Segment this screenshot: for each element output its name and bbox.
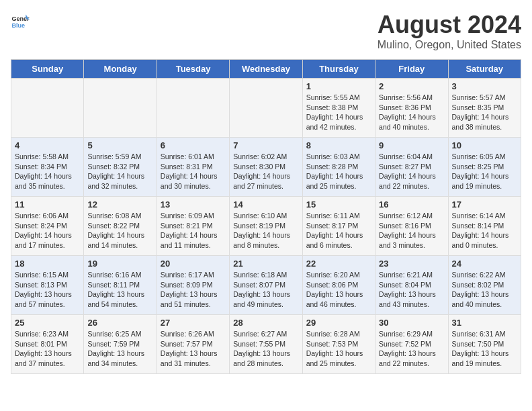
day-number: 19 <box>87 259 152 269</box>
day-content: Sunrise: 6:10 AM Sunset: 8:19 PM Dayligh… <box>233 211 298 250</box>
day-content: Sunrise: 5:56 AM Sunset: 8:36 PM Dayligh… <box>379 93 444 132</box>
calendar-cell: 12Sunrise: 6:08 AM Sunset: 8:22 PM Dayli… <box>84 197 157 256</box>
main-title: August 2024 <box>378 11 521 39</box>
day-number: 15 <box>306 199 371 210</box>
day-content: Sunrise: 6:14 AM Sunset: 8:14 PM Dayligh… <box>452 211 517 250</box>
logo-icon: General Blue <box>11 11 30 30</box>
day-number: 20 <box>161 259 226 269</box>
day-content: Sunrise: 6:28 AM Sunset: 7:53 PM Dayligh… <box>306 329 371 369</box>
day-number: 10 <box>452 140 517 150</box>
day-content: Sunrise: 6:31 AM Sunset: 7:50 PM Dayligh… <box>452 329 517 369</box>
day-content: Sunrise: 5:59 AM Sunset: 8:32 PM Dayligh… <box>87 152 152 191</box>
subtitle: Mulino, Oregon, United States <box>378 39 521 51</box>
day-content: Sunrise: 6:17 AM Sunset: 8:09 PM Dayligh… <box>161 270 226 310</box>
calendar-cell: 15Sunrise: 6:11 AM Sunset: 8:17 PM Dayli… <box>302 197 375 256</box>
calendar-cell: 18Sunrise: 6:15 AM Sunset: 8:13 PM Dayli… <box>11 256 84 315</box>
calendar-cell: 17Sunrise: 6:14 AM Sunset: 8:14 PM Dayli… <box>448 197 521 256</box>
day-content: Sunrise: 6:02 AM Sunset: 8:30 PM Dayligh… <box>233 152 298 191</box>
day-number: 2 <box>379 81 444 91</box>
calendar-cell: 24Sunrise: 6:22 AM Sunset: 8:02 PM Dayli… <box>448 256 521 315</box>
day-content: Sunrise: 5:55 AM Sunset: 8:38 PM Dayligh… <box>306 93 371 132</box>
day-number: 6 <box>161 140 226 150</box>
calendar-cell: 2Sunrise: 5:56 AM Sunset: 8:36 PM Daylig… <box>375 79 448 138</box>
day-number: 7 <box>233 140 298 150</box>
calendar-cell: 21Sunrise: 6:18 AM Sunset: 8:07 PM Dayli… <box>230 256 302 315</box>
day-header-wednesday: Wednesday <box>230 60 302 79</box>
day-content: Sunrise: 6:08 AM Sunset: 8:22 PM Dayligh… <box>87 211 152 250</box>
day-content: Sunrise: 6:06 AM Sunset: 8:24 PM Dayligh… <box>15 211 80 250</box>
day-number: 12 <box>87 199 152 210</box>
calendar-cell: 27Sunrise: 6:26 AM Sunset: 7:57 PM Dayli… <box>157 315 229 374</box>
calendar-cell: 31Sunrise: 6:31 AM Sunset: 7:50 PM Dayli… <box>448 315 521 374</box>
day-header-friday: Friday <box>375 60 448 79</box>
day-header-tuesday: Tuesday <box>157 60 229 79</box>
calendar-week-4: 18Sunrise: 6:15 AM Sunset: 8:13 PM Dayli… <box>11 256 521 315</box>
calendar-cell <box>230 79 302 138</box>
day-content: Sunrise: 6:18 AM Sunset: 8:07 PM Dayligh… <box>233 270 298 310</box>
day-content: Sunrise: 6:05 AM Sunset: 8:25 PM Dayligh… <box>452 152 517 191</box>
calendar-cell: 26Sunrise: 6:25 AM Sunset: 7:59 PM Dayli… <box>84 315 157 374</box>
day-number: 9 <box>379 140 444 150</box>
day-content: Sunrise: 6:09 AM Sunset: 8:21 PM Dayligh… <box>161 211 226 250</box>
day-number: 25 <box>15 318 80 328</box>
calendar-cell: 4Sunrise: 5:58 AM Sunset: 8:34 PM Daylig… <box>11 138 84 197</box>
day-content: Sunrise: 6:01 AM Sunset: 8:31 PM Dayligh… <box>161 152 226 191</box>
day-header-monday: Monday <box>84 60 157 79</box>
day-number: 5 <box>87 140 152 150</box>
calendar-header-row: SundayMondayTuesdayWednesdayThursdayFrid… <box>11 60 521 79</box>
day-content: Sunrise: 6:20 AM Sunset: 8:06 PM Dayligh… <box>306 270 371 310</box>
day-number: 21 <box>233 259 298 269</box>
calendar-table: SundayMondayTuesdayWednesdayThursdayFrid… <box>11 59 521 374</box>
calendar-cell <box>84 79 157 138</box>
calendar-cell: 19Sunrise: 6:16 AM Sunset: 8:11 PM Dayli… <box>84 256 157 315</box>
calendar-week-2: 4Sunrise: 5:58 AM Sunset: 8:34 PM Daylig… <box>11 138 521 197</box>
calendar-cell: 9Sunrise: 6:04 AM Sunset: 8:27 PM Daylig… <box>375 138 448 197</box>
day-number: 13 <box>161 199 226 210</box>
day-content: Sunrise: 6:23 AM Sunset: 8:01 PM Dayligh… <box>15 329 80 369</box>
day-number: 17 <box>452 199 517 210</box>
calendar-body: 1Sunrise: 5:55 AM Sunset: 8:38 PM Daylig… <box>11 79 521 374</box>
day-content: Sunrise: 6:25 AM Sunset: 7:59 PM Dayligh… <box>87 329 152 369</box>
calendar-cell <box>157 79 229 138</box>
calendar-cell: 10Sunrise: 6:05 AM Sunset: 8:25 PM Dayli… <box>448 138 521 197</box>
day-number: 24 <box>452 259 517 269</box>
day-content: Sunrise: 6:11 AM Sunset: 8:17 PM Dayligh… <box>306 211 371 250</box>
calendar-cell: 14Sunrise: 6:10 AM Sunset: 8:19 PM Dayli… <box>230 197 302 256</box>
day-number: 1 <box>306 81 371 91</box>
day-header-thursday: Thursday <box>302 60 375 79</box>
calendar-cell: 28Sunrise: 6:27 AM Sunset: 7:55 PM Dayli… <box>230 315 302 374</box>
calendar-cell: 7Sunrise: 6:02 AM Sunset: 8:30 PM Daylig… <box>230 138 302 197</box>
day-content: Sunrise: 5:57 AM Sunset: 8:35 PM Dayligh… <box>452 93 517 132</box>
calendar-cell: 11Sunrise: 6:06 AM Sunset: 8:24 PM Dayli… <box>11 197 84 256</box>
calendar-cell: 16Sunrise: 6:12 AM Sunset: 8:16 PM Dayli… <box>375 197 448 256</box>
day-content: Sunrise: 6:22 AM Sunset: 8:02 PM Dayligh… <box>452 270 517 310</box>
day-content: Sunrise: 6:21 AM Sunset: 8:04 PM Dayligh… <box>379 270 444 310</box>
calendar-cell: 22Sunrise: 6:20 AM Sunset: 8:06 PM Dayli… <box>302 256 375 315</box>
day-number: 11 <box>15 199 80 210</box>
calendar-cell: 8Sunrise: 6:03 AM Sunset: 8:28 PM Daylig… <box>302 138 375 197</box>
svg-text:Blue: Blue <box>11 22 25 29</box>
day-content: Sunrise: 6:26 AM Sunset: 7:57 PM Dayligh… <box>161 329 226 369</box>
calendar-cell: 13Sunrise: 6:09 AM Sunset: 8:21 PM Dayli… <box>157 197 229 256</box>
calendar-cell: 25Sunrise: 6:23 AM Sunset: 8:01 PM Dayli… <box>11 315 84 374</box>
calendar-cell: 3Sunrise: 5:57 AM Sunset: 8:35 PM Daylig… <box>448 79 521 138</box>
calendar-cell: 20Sunrise: 6:17 AM Sunset: 8:09 PM Dayli… <box>157 256 229 315</box>
calendar-cell: 29Sunrise: 6:28 AM Sunset: 7:53 PM Dayli… <box>302 315 375 374</box>
day-content: Sunrise: 6:12 AM Sunset: 8:16 PM Dayligh… <box>379 211 444 250</box>
day-header-sunday: Sunday <box>11 60 84 79</box>
calendar-cell: 30Sunrise: 6:29 AM Sunset: 7:52 PM Dayli… <box>375 315 448 374</box>
day-number: 30 <box>379 318 444 328</box>
day-number: 14 <box>233 199 298 210</box>
calendar-cell: 23Sunrise: 6:21 AM Sunset: 8:04 PM Dayli… <box>375 256 448 315</box>
calendar-cell: 6Sunrise: 6:01 AM Sunset: 8:31 PM Daylig… <box>157 138 229 197</box>
day-number: 26 <box>87 318 152 328</box>
day-number: 23 <box>379 259 444 269</box>
day-content: Sunrise: 6:16 AM Sunset: 8:11 PM Dayligh… <box>87 270 152 310</box>
calendar-week-5: 25Sunrise: 6:23 AM Sunset: 8:01 PM Dayli… <box>11 315 521 374</box>
day-number: 4 <box>15 140 80 150</box>
day-content: Sunrise: 6:15 AM Sunset: 8:13 PM Dayligh… <box>15 270 80 310</box>
calendar-week-3: 11Sunrise: 6:06 AM Sunset: 8:24 PM Dayli… <box>11 197 521 256</box>
day-number: 28 <box>233 318 298 328</box>
day-content: Sunrise: 6:29 AM Sunset: 7:52 PM Dayligh… <box>379 329 444 369</box>
day-number: 8 <box>306 140 371 150</box>
